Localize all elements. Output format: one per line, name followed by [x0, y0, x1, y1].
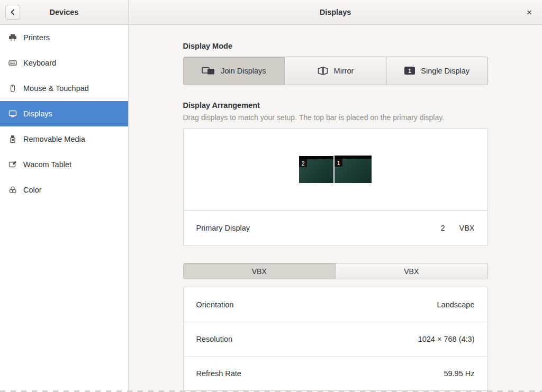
orientation-label: Orientation — [196, 300, 437, 309]
monitor-details-panel: Orientation Landscape Resolution 1024 × … — [183, 287, 488, 391]
back-button[interactable] — [5, 5, 20, 20]
back-arrow-icon — [8, 8, 17, 16]
join-displays-button[interactable]: Join Displays — [183, 57, 285, 85]
resolution-value: 1024 × 768 (4:3) — [418, 335, 475, 343]
monitor-number-badge: 2 — [299, 159, 307, 167]
resolution-label: Resolution — [196, 335, 418, 343]
primary-display-number: 2 — [440, 224, 445, 232]
mirror-icon — [317, 66, 329, 76]
sidebar-item-label: Displays — [23, 110, 52, 118]
monitor-tab-2[interactable]: VBX — [336, 263, 488, 279]
sidebar-item-removable-media[interactable]: Removable Media — [0, 126, 128, 152]
color-icon — [8, 186, 17, 194]
page-title: Displays — [129, 8, 542, 16]
sidebar-item-displays[interactable]: Displays — [0, 101, 128, 126]
monitor-thumbnail-1[interactable]: 1 — [335, 156, 372, 183]
monitor-thumbnail-2[interactable]: 2 — [299, 156, 333, 183]
main-header: Displays × — [129, 0, 542, 24]
primary-display-name: VBX — [459, 224, 474, 232]
monitor-tabs: VBX VBX — [183, 263, 488, 279]
close-button[interactable]: × — [523, 6, 535, 18]
sidebar-item-label: Removable Media — [23, 135, 85, 143]
keyboard-icon — [8, 59, 17, 67]
display-arrangement-subtitle: Drag displays to match your setup. The t… — [183, 113, 488, 122]
sidebar-item-label: Keyboard — [23, 59, 56, 67]
monitor-tab-1[interactable]: VBX — [183, 263, 336, 279]
displays-panel: Display Mode Join Displays Mirror — [129, 25, 542, 392]
sidebar-item-keyboard[interactable]: Keyboard — [0, 50, 128, 76]
refresh-rate-label: Refresh Rate — [196, 369, 444, 378]
sidebar-item-printers[interactable]: Printers — [0, 25, 128, 50]
sidebar-item-label: Color — [23, 186, 42, 194]
sidebar-item-label: Mouse & Touchpad — [23, 84, 89, 93]
segment-label: Join Displays — [221, 67, 266, 75]
sidebar-item-color[interactable]: Color — [0, 177, 128, 203]
svg-text:1: 1 — [408, 68, 411, 74]
refresh-rate-row[interactable]: Refresh Rate 59.95 Hz — [184, 356, 487, 390]
display-mode-switcher: Join Displays Mirror 1 Single Display — [183, 57, 488, 85]
single-display-button[interactable]: 1 Single Display — [386, 57, 488, 85]
segment-label: Single Display — [421, 67, 469, 75]
removable-media-icon — [8, 135, 17, 143]
sidebar-item-mouse-touchpad[interactable]: Mouse & Touchpad — [0, 76, 128, 101]
header-bar: Devices Displays × — [0, 0, 542, 25]
sidebar-item-label: Wacom Tablet — [23, 160, 71, 169]
sidebar-item-wacom-tablet[interactable]: Wacom Tablet — [0, 152, 128, 177]
wacom-tablet-icon — [8, 160, 17, 169]
primary-display-row[interactable]: Primary Display 2 VBX — [184, 211, 487, 245]
sidebar-item-label: Printers — [23, 33, 50, 42]
single-display-icon: 1 — [404, 66, 415, 76]
mouse-icon — [8, 84, 17, 93]
join-displays-icon — [202, 66, 215, 76]
orientation-value: Landscape — [437, 300, 475, 309]
sidebar-header: Devices — [0, 0, 129, 24]
display-arrangement-heading: Display Arrangement — [183, 101, 488, 110]
monitor-number-badge: 1 — [335, 159, 342, 167]
refresh-rate-value: 59.95 Hz — [444, 369, 474, 378]
mirror-button[interactable]: Mirror — [285, 57, 386, 85]
resolution-row[interactable]: Resolution 1024 × 768 (4:3) — [184, 322, 487, 356]
arrangement-panel: 2 1 Primary Display 2 VBX — [183, 128, 488, 246]
settings-window: Devices Displays × Printers Keyboard — [0, 0, 542, 392]
arrangement-drag-area[interactable]: 2 1 — [184, 129, 487, 211]
display-mode-heading: Display Mode — [183, 42, 488, 50]
primary-display-label: Primary Display — [196, 224, 441, 232]
segment-label: Mirror — [334, 67, 354, 75]
display-icon — [8, 110, 17, 118]
sidebar: Printers Keyboard Mouse & Touchpad Displ… — [0, 25, 129, 392]
printer-icon — [8, 33, 17, 42]
orientation-row[interactable]: Orientation Landscape — [184, 287, 487, 322]
